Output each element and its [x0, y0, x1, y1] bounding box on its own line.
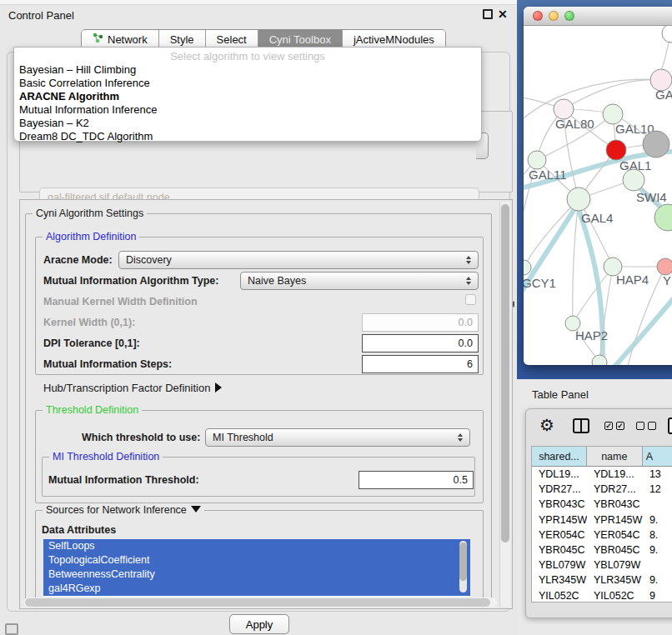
network-edge-thick[interactable]	[647, 361, 672, 365]
attribute-item[interactable]: SelfLoops	[43, 539, 470, 553]
tab-style[interactable]: Style	[158, 30, 205, 48]
tab-network[interactable]: Network	[82, 30, 158, 48]
float-panel-icon[interactable]	[483, 9, 493, 19]
function-builder-icon[interactable]	[668, 418, 672, 434]
zoom-traffic-light[interactable]	[564, 11, 574, 21]
table-row[interactable]: YPR145WYPR145W9.	[532, 512, 672, 528]
minimize-traffic-light[interactable]	[549, 11, 559, 21]
kernel-width-field[interactable]: 0.0	[362, 313, 479, 332]
mi-steps-field[interactable]: 6	[362, 355, 479, 373]
table-row[interactable]: YDL19...YDL19...13	[532, 467, 672, 482]
dpi-tolerance-field[interactable]: 0.0	[362, 334, 479, 352]
network-node[interactable]	[643, 131, 669, 158]
table-cell: YPR145W	[532, 512, 587, 528]
settings-horizontal-scrollbar[interactable]	[23, 598, 497, 608]
attribute-item[interactable]: BetweennessCentrality	[43, 568, 470, 582]
algorithm-option[interactable]: Dream8 DC_TDC Algorithm	[14, 130, 481, 143]
network-node-gcy1[interactable]	[524, 260, 531, 275]
aracne-mode-combo[interactable]: Discovery	[118, 251, 479, 269]
table-cell	[643, 558, 672, 572]
table-cell: 8.	[643, 528, 672, 542]
close-traffic-light[interactable]	[533, 11, 543, 21]
node-label: HAP4	[616, 272, 649, 287]
settings-vscroll-thumb[interactable]	[501, 204, 509, 542]
mi-threshold-label: Mutual Information Threshold:	[48, 474, 199, 486]
aracne-mode-label: Aracne Mode:	[43, 254, 113, 266]
attribute-item[interactable]: TopologicalCoefficient	[43, 553, 470, 568]
kernel-width-label: Kernel Width (0,1):	[43, 317, 135, 328]
close-panel-icon[interactable]: ✕	[498, 9, 509, 20]
network-node-y[interactable]	[657, 258, 672, 275]
table-panel: Table Panel ⚙ ✓✓ shared...nameA YDL19...…	[517, 379, 672, 635]
combo-stepper-icon	[466, 256, 471, 264]
network-node-gal11[interactable]	[528, 151, 546, 169]
column-header[interactable]: A	[643, 447, 672, 466]
network-canvas[interactable]: GALGAL80GAL10GAL1GAL11SWI4GAL4GCY1HAP4YH…	[524, 26, 672, 364]
table-row[interactable]: YDR27...YDR27...12	[532, 482, 672, 497]
hub-tf-definition-toggle[interactable]: Hub/Transcription Factor Definition	[43, 382, 222, 394]
table-row[interactable]: YBL079WYBL079W	[532, 558, 672, 572]
apply-button[interactable]: Apply	[229, 614, 289, 634]
network-window-titlebar[interactable]	[524, 7, 672, 26]
network-edge[interactable]	[573, 199, 579, 323]
data-attributes-list[interactable]: SelfLoopsTopologicalCoefficientBetweenne…	[43, 539, 470, 597]
attributes-scrollbar-thumb[interactable]	[459, 542, 467, 581]
network-edge[interactable]	[524, 199, 579, 268]
column-header[interactable]: name	[587, 447, 643, 466]
table-cell: YDL19...	[532, 467, 587, 482]
algorithm-option[interactable]: ARACNE Algorithm	[14, 90, 481, 103]
table-row[interactable]: YIL052CYIL052C9	[532, 588, 672, 603]
table-row[interactable]: YBR043CYBR043C	[532, 497, 672, 512]
algorithm-option[interactable]: Basic Correlation Inference	[14, 77, 481, 90]
table-cell: 9.	[643, 572, 672, 588]
network-edge[interactable]	[573, 267, 613, 323]
node-label: Y	[663, 273, 671, 288]
table-row[interactable]: YER054CYER054C8.	[532, 528, 672, 542]
column-layout-icon[interactable]	[573, 418, 589, 433]
algorithm-option[interactable]: Mutual Information Inference	[14, 103, 481, 117]
combo-stepper-icon	[466, 277, 471, 285]
table-cell: 12	[643, 482, 672, 497]
tab-select[interactable]: Select	[205, 30, 258, 48]
attribute-item[interactable]: gal4RGexp	[43, 582, 470, 596]
network-node-swi4[interactable]	[623, 169, 644, 191]
node-label: GAL4	[581, 211, 613, 225]
column-header[interactable]: shared...	[532, 447, 587, 466]
table-cell: YPR145W	[587, 512, 643, 528]
tab-label: Select	[217, 33, 247, 46]
manual-kernel-width-label: Manual Kernel Width Definition	[43, 296, 198, 308]
table-row[interactable]: YLR345WYLR345W9.	[532, 572, 672, 588]
aracne-mode-value: Discovery	[126, 254, 466, 266]
settings-hscroll-thumb[interactable]	[25, 598, 490, 607]
data-attributes-label: Data Attributes	[42, 524, 116, 536]
gear-icon[interactable]: ⚙	[539, 416, 554, 434]
dock-handle-icon[interactable]	[5, 623, 18, 635]
network-window[interactable]: GALGAL80GAL10GAL1GAL11SWI4GAL4GCY1HAP4YH…	[524, 7, 672, 365]
node-table: shared...nameA YDL19...YDL19...13YDR27..…	[531, 446, 672, 602]
tab-cyni-toolbox[interactable]: Cyni Toolbox	[258, 30, 342, 48]
network-node-gal4[interactable]	[567, 188, 590, 211]
network-node-gal1[interactable]	[606, 140, 626, 160]
manual-kernel-width-checkbox[interactable]	[465, 294, 476, 305]
table-row[interactable]: YBR045CYBR045C9.	[532, 542, 672, 558]
mi-threshold-definition-title: MI Threshold Definition	[49, 451, 163, 462]
algorithm-option[interactable]: Bayesian – Hill Climbing	[14, 63, 481, 77]
algorithm-list: Bayesian – Hill ClimbingBasic Correlatio…	[14, 63, 481, 143]
mi-threshold-field[interactable]: 0.5	[359, 471, 474, 489]
show-columns-icon[interactable]: ✓✓	[604, 422, 624, 430]
network-edge-thick[interactable]	[597, 274, 672, 365]
algorithm-option[interactable]: Bayesian – K2	[14, 117, 481, 130]
network-node[interactable]	[662, 26, 672, 42]
attributes-scrollbar[interactable]	[459, 541, 467, 592]
table-body: YDL19...YDL19...13YDR27...YDR27...12YBR0…	[532, 467, 672, 602]
hide-columns-icon[interactable]	[636, 422, 656, 430]
tab-jactivemnodules[interactable]: jActiveMNodules	[342, 30, 445, 48]
table-cell: YBR043C	[532, 497, 587, 512]
network-node[interactable]	[654, 204, 672, 231]
settings-vertical-scrollbar[interactable]	[499, 202, 510, 607]
node-label: SWI4	[636, 190, 667, 204]
mi-steps-label: Mutual Information Steps:	[43, 358, 172, 370]
control-panel-title: Control Panel	[8, 9, 74, 22]
mi-algorithm-type-combo[interactable]: Naive Bayes	[240, 272, 479, 290]
which-threshold-combo[interactable]: MI Threshold	[205, 428, 470, 447]
